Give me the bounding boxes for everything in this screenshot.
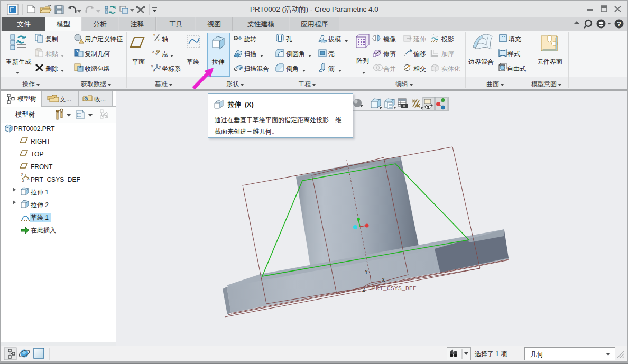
svg-text:RIGHT: RIGHT [31,138,51,145]
svg-text:?: ? [617,20,621,28]
svg-text:X: X [382,277,385,283]
svg-text:收...: 收... [94,96,106,103]
svg-text:草绘 1: 草绘 1 [31,214,49,221]
svg-text:PRT0002.PRT: PRT0002.PRT [14,125,55,133]
svg-text:y: y [21,172,23,176]
svg-text:模型树: 模型树 [17,95,36,102]
svg-text:文...: 文... [60,96,71,103]
svg-text:x: x [152,49,154,54]
svg-text:拉伸 1: 拉伸 1 [30,189,49,196]
svg-text:PRT_CSYS_DEF: PRT_CSYS_DEF [372,285,417,292]
svg-text:x: x [153,33,155,37]
svg-text:FRONT: FRONT [31,163,53,171]
svg-text:拉伸 2: 拉伸 2 [30,201,49,209]
svg-text:x: x [158,38,160,42]
svg-text:x: x [159,65,161,69]
svg-text:PRT_CSYS_DEF: PRT_CSYS_DEF [31,176,80,183]
svg-text:TOP: TOP [31,151,43,158]
svg-text:Y: Y [365,269,368,275]
svg-text:y: y [151,64,153,68]
svg-text:z: z [153,69,155,73]
svg-text:模型树: 模型树 [15,111,35,118]
svg-text:Z: Z [362,287,365,293]
svg-text:x: x [27,176,30,180]
svg-text:在此插入: 在此插入 [31,227,56,234]
svg-text:z: z [22,179,24,182]
